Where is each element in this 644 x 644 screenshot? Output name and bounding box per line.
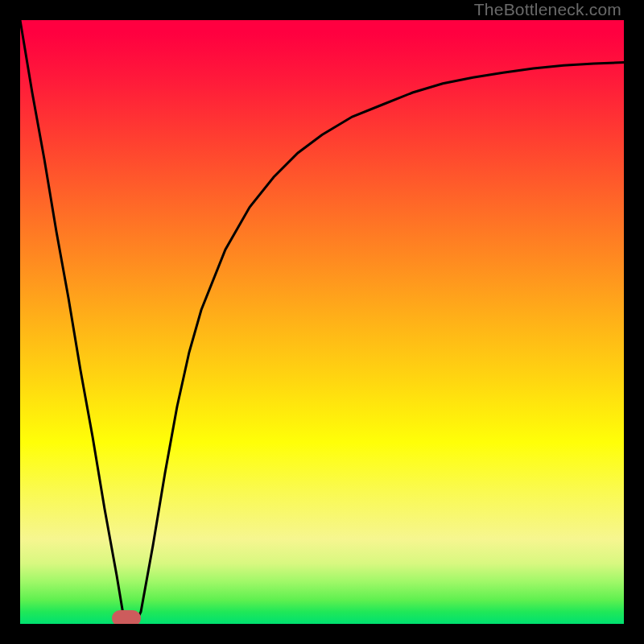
chart-frame: TheBottleneck.com: [0, 0, 644, 644]
watermark-text: TheBottleneck.com: [474, 0, 621, 19]
curve-layer: [20, 20, 624, 624]
bottleneck-curve: [20, 20, 624, 624]
plot-area: [20, 20, 624, 624]
min-marker: [112, 610, 141, 624]
